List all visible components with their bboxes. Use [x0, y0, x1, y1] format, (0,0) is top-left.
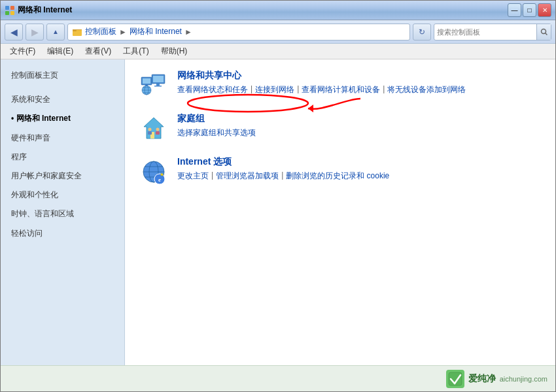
title-bar: 网络和 Internet — □ ✕	[1, 1, 555, 20]
watermark: 爱纯净 aichunjing.com	[446, 370, 547, 388]
footer: 爱纯净 aichunjing.com	[1, 365, 555, 391]
network-sharing-links: 查看网络状态和任务 | 连接到网络 | 查看网络计算机和设备 | 将无线设备添加…	[177, 84, 542, 95]
menu-edit[interactable]: 编辑(E)	[42, 44, 78, 58]
svg-rect-5	[73, 30, 77, 31]
link-delete-history[interactable]: 删除浏览的历史记录和 cookie	[286, 171, 389, 182]
homegroup-title[interactable]: 家庭组	[177, 113, 542, 125]
menu-view[interactable]: 查看(V)	[80, 44, 116, 58]
menu-tools[interactable]: 工具(T)	[118, 44, 154, 58]
svg-point-24	[148, 128, 152, 131]
section-homegroup: 家庭组 选择家庭组和共享选项	[138, 113, 542, 144]
svg-rect-27	[156, 131, 160, 135]
internet-options-icon-wrap: e	[138, 156, 169, 188]
link-view-network-status[interactable]: 查看网络状态和任务	[177, 84, 248, 95]
svg-rect-6	[73, 29, 82, 30]
address-bar: ◀ ▶ ▲ 控制面板 ► 网络和 Internet ► ↻	[1, 20, 555, 44]
svg-rect-2	[5, 11, 9, 15]
main-panel: 网络和共享中心 查看网络状态和任务 | 连接到网络 | 查看网络计算机和设备 |…	[125, 59, 555, 210]
up-button[interactable]: ▲	[46, 24, 65, 41]
breadcrumb-network[interactable]: 网络和 Internet	[130, 26, 182, 37]
homegroup-links: 选择家庭组和共享选项	[177, 127, 542, 139]
watermark-icon	[446, 370, 464, 388]
link-manage-addons[interactable]: 管理浏览器加载项	[216, 171, 279, 182]
link-homegroup-sharing[interactable]: 选择家庭组和共享选项	[177, 127, 256, 139]
sidebar-item-accounts[interactable]: 用户帐户和家庭安全	[1, 167, 124, 186]
watermark-url: aichunjing.com	[500, 375, 547, 383]
internet-options-title[interactable]: Internet 选项	[177, 156, 542, 168]
svg-rect-3	[10, 11, 14, 15]
svg-line-8	[545, 33, 547, 35]
sidebar-item-accessibility[interactable]: 轻松访问	[1, 224, 124, 243]
svg-text:e: e	[158, 176, 161, 183]
internet-options-content: Internet 选项 更改主页 | 管理浏览器加载项 | 删除浏览的历史记录和…	[177, 156, 542, 182]
sidebar-item-hardware[interactable]: 硬件和声音	[1, 129, 124, 148]
search-icon	[540, 28, 548, 36]
main-window: 网络和 Internet — □ ✕ ◀ ▶ ▲ 控制面板 ► 网络和 Inte…	[0, 0, 556, 392]
link-connect-to-network[interactable]: 连接到网络	[255, 84, 294, 95]
menu-help[interactable]: 帮助(H)	[156, 44, 193, 58]
forward-button[interactable]: ▶	[26, 24, 44, 41]
svg-rect-15	[156, 84, 160, 86]
svg-rect-16	[154, 86, 162, 87]
search-bar	[434, 24, 551, 41]
link-change-homepage[interactable]: 更改主页	[177, 171, 209, 182]
section-internet-options: e Internet 选项 更改主页 | 管理浏览器加载项 | 删除浏览的历史记	[138, 156, 542, 188]
menu-bar: 文件(F) 编辑(E) 查看(V) 工具(T) 帮助(H)	[1, 44, 555, 59]
main-panel-wrapper: 网络和共享中心 查看网络状态和任务 | 连接到网络 | 查看网络计算机和设备 |…	[125, 59, 555, 365]
sidebar: 控制面板主页 系统和安全 网络和 Internet 硬件和声音 程序 用户帐户和…	[1, 59, 125, 365]
svg-rect-14	[153, 76, 164, 82]
network-sharing-content: 网络和共享中心 查看网络状态和任务 | 连接到网络 | 查看网络计算机和设备 |…	[177, 70, 542, 95]
internet-options-links: 更改主页 | 管理浏览器加载项 | 删除浏览的历史记录和 cookie	[177, 171, 542, 182]
close-button[interactable]: ✕	[538, 3, 551, 17]
sidebar-item-appearance[interactable]: 外观和个性化	[1, 186, 124, 204]
link-add-wireless-device[interactable]: 将无线设备添加到网络	[387, 84, 466, 95]
breadcrumb-text: 控制面板 ► 网络和 Internet ►	[85, 26, 192, 37]
network-sharing-title[interactable]: 网络和共享中心	[177, 70, 542, 82]
menu-file[interactable]: 文件(F)	[5, 44, 41, 58]
network-sharing-icon	[138, 70, 169, 101]
content-area: 控制面板主页 系统和安全 网络和 Internet 硬件和声音 程序 用户帐户和…	[1, 59, 555, 365]
link-view-network-computers[interactable]: 查看网络计算机和设备	[302, 84, 380, 95]
minimize-button[interactable]: —	[508, 3, 521, 17]
svg-point-7	[541, 29, 546, 33]
sidebar-divider-1	[1, 85, 124, 90]
homegroup-icon-wrap	[138, 113, 169, 144]
sidebar-item-clock[interactable]: 时钟、语言和区域	[1, 204, 124, 223]
homegroup-content: 家庭组 选择家庭组和共享选项	[177, 113, 542, 139]
controlpanel-icon	[5, 5, 15, 16]
sidebar-item-network[interactable]: 网络和 Internet	[1, 109, 124, 128]
title-bar-left: 网络和 Internet	[5, 5, 508, 16]
svg-point-26	[156, 128, 160, 131]
section-network-sharing: 网络和共享中心 查看网络状态和任务 | 连接到网络 | 查看网络计算机和设备 |…	[138, 70, 542, 101]
svg-rect-25	[148, 131, 152, 135]
back-button[interactable]: ◀	[5, 24, 23, 41]
sidebar-item-system[interactable]: 系统和安全	[1, 90, 124, 109]
watermark-label: 爱纯净	[468, 373, 496, 385]
sidebar-item-home[interactable]: 控制面板主页	[1, 66, 124, 85]
breadcrumb-controlpanel[interactable]: 控制面板	[85, 26, 116, 37]
refresh-button[interactable]: ↻	[413, 24, 431, 41]
search-button[interactable]	[536, 24, 551, 40]
svg-rect-0	[5, 6, 9, 10]
search-input[interactable]	[434, 28, 536, 36]
sidebar-item-programs[interactable]: 程序	[1, 148, 124, 167]
breadcrumb-bar: 控制面板 ► 网络和 Internet ►	[67, 24, 410, 41]
window-controls: — □ ✕	[508, 3, 551, 17]
folder-icon	[72, 27, 82, 37]
maximize-button[interactable]: □	[523, 3, 536, 17]
svg-rect-10	[143, 78, 150, 84]
window-title: 网络和 Internet	[18, 5, 72, 16]
svg-rect-1	[10, 6, 14, 10]
